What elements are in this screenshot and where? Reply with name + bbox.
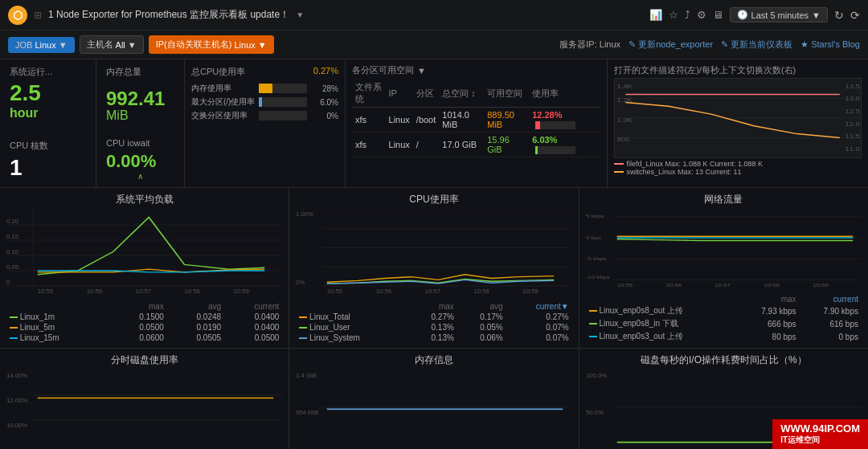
- svg-text:10:57: 10:57: [136, 288, 151, 295]
- network-chart-area: 5 kbps 0 bps -5 kbps -10 kbps 10:55: [586, 210, 862, 294]
- net-col-cur: current: [800, 294, 862, 304]
- fd-legend-line-1: [614, 163, 624, 165]
- share-icon[interactable]: ⤴: [685, 9, 690, 21]
- cpu-total-pct: 0.27%: [313, 66, 338, 78]
- fs-cell-avail-1: 15.96 GiB: [484, 133, 529, 157]
- time-selector-label: Last 5 minutes: [751, 10, 809, 20]
- memory-info-title: 内存信息: [296, 353, 571, 367]
- job-label: JOB: [15, 40, 32, 50]
- net-dot-out: [589, 310, 597, 312]
- svg-text:1.2K: 1.2K: [616, 98, 633, 104]
- cpu-chart-panel: CPU使用率 1.00% 0% 10:55 1: [289, 188, 579, 348]
- load-legend-15m: Linux_15m 0.0600 0.0505 0.0500: [6, 333, 282, 343]
- cpu-chart-svg: 1.00% 0% 10:55 10:56 10:57 10:58 10:59: [296, 210, 571, 301]
- svg-text:10:57: 10:57: [425, 288, 440, 295]
- memory-info-panel: 内存信息 1.4 GiB 954 MiB: [289, 349, 579, 449]
- svg-text:12.5: 12.5: [845, 108, 860, 115]
- cpu-total-avg: 0.17%: [457, 312, 506, 322]
- fs-cell-avail-0: 889.50 MiB: [484, 108, 529, 133]
- fs-cell-pct-1: 6.03%: [529, 133, 600, 157]
- refresh-icon[interactable]: ↻: [834, 9, 844, 22]
- blog-link[interactable]: ★ Starsl's Blog: [800, 39, 860, 50]
- svg-text:10:58: 10:58: [185, 288, 200, 295]
- swap-bar-row: 交换分区使用率 0%: [191, 110, 338, 121]
- load-legend: max avg current Linux_1m 0.1500 0.0248 0…: [6, 301, 282, 343]
- cpu-user-avg: 0.05%: [457, 322, 506, 333]
- load-chart-area: 0.20 0.15 0.10 0.05 0 10:55 10:56 10:57 …: [6, 210, 282, 301]
- cpu-system-cur: 0.07%: [506, 333, 572, 343]
- time-selector[interactable]: 🕐 Last 5 minutes ▼: [730, 7, 828, 22]
- bar-fill-1: [259, 97, 262, 107]
- bar-val-0: 28%: [310, 84, 338, 93]
- load-5m-avg: 0.0190: [167, 322, 224, 333]
- cpu-dot-user: [299, 327, 307, 329]
- fd-chart-title: 打开的文件描述符(左)/每秒上下文切换次数(右): [614, 64, 862, 76]
- net-out2-max: 80 bps: [737, 330, 799, 343]
- svg-text:954 MiB: 954 MiB: [296, 409, 318, 416]
- fs-col-5: 使用率: [529, 80, 600, 108]
- fs-cell-total-1: 17.0 GiB: [439, 133, 484, 157]
- update-dashboard-link[interactable]: ✎ 更新当前仪表板: [721, 39, 792, 51]
- load-col-max: max: [110, 301, 167, 312]
- cpu-dot-total: [299, 316, 307, 318]
- fd-legend-2: switches_Linux Max: 13 Current: 11: [614, 168, 862, 176]
- svg-text:12.0: 12.0: [845, 121, 860, 128]
- disk-usage-panel: 分时磁盘使用率 14.00% 12.00% 10.00%: [0, 349, 289, 449]
- memory-unit: MiB: [106, 108, 174, 123]
- fs-col-1: IP: [386, 80, 413, 108]
- cpu-user-cur: 0.07%: [506, 322, 572, 333]
- monitor-icon[interactable]: 🖥: [713, 9, 723, 21]
- job-dropdown-icon: ▼: [59, 40, 68, 50]
- cpu-usage-title: 总CPU使用率: [191, 66, 245, 78]
- clock-icon: 🕐: [737, 10, 748, 20]
- load-col-avg: avg: [167, 301, 224, 312]
- maxdisk-bar-row: 最大分区(/)使用率 6.0%: [191, 96, 338, 108]
- svg-text:0.10: 0.10: [6, 249, 18, 255]
- host-label: 主机名: [87, 39, 113, 51]
- network-chart-title: 网络流量: [586, 193, 862, 206]
- fs-dropdown-icon[interactable]: ▼: [417, 66, 426, 76]
- fd-chart-svg: 1.4K 1.2K 1.0K 800 13.5 13.0 12.5 12.0 1…: [615, 79, 862, 157]
- app-logo: ⬡: [8, 6, 27, 25]
- svg-text:0%: 0%: [296, 280, 305, 286]
- fd-chart-panel: 打开的文件描述符(左)/每秒上下文切换次数(右) 1.4K 1.2K 1.0K …: [608, 59, 869, 187]
- svg-text:10:59: 10:59: [523, 288, 538, 295]
- disk-usage-title: 分时磁盘使用率: [6, 353, 282, 367]
- star-icon[interactable]: ☆: [669, 9, 678, 21]
- net-legend-out: Linux_enp0s8_out 上传 7.93 kbps 7.90 kbps: [586, 304, 862, 317]
- job-value: Linux: [35, 40, 55, 50]
- load-15m-max: 0.0600: [110, 333, 167, 343]
- settings-icon[interactable]: ⚙: [697, 9, 706, 21]
- bar-val-1: 6.0%: [310, 98, 338, 107]
- cpu-chart-area: 1.00% 0% 10:55 10:56 10:57 10:58 10:59: [296, 210, 571, 301]
- host-filter[interactable]: 主机名 All ▼: [80, 35, 144, 54]
- net-in-cur: 616 bps: [800, 317, 862, 330]
- watermark-url: WWW.94IP.COM: [780, 422, 860, 435]
- uptime-value: 2.5: [10, 81, 86, 106]
- svg-text:0.05: 0.05: [6, 264, 18, 271]
- cpu-legend: max avg current▼ Linux_Total 0.27% 0.17%…: [296, 301, 571, 343]
- title-dropdown-icon[interactable]: ▼: [296, 10, 304, 19]
- fs-cell-ip-1: Linux: [386, 133, 413, 157]
- fs-cell-mount-1: /: [413, 133, 439, 157]
- ip-filter[interactable]: IP(自动关联主机名) Linux ▼: [149, 35, 274, 54]
- fd-chart-area: 1.4K 1.2K 1.0K 800 13.5 13.0 12.5 12.0 1…: [614, 78, 862, 158]
- update-exporter-link[interactable]: ✎ 更新node_exporter: [628, 39, 713, 51]
- svg-text:10:56: 10:56: [665, 283, 681, 288]
- job-filter[interactable]: JOB Linux ▼: [8, 37, 75, 53]
- auto-refresh-icon[interactable]: ⟳: [850, 9, 860, 22]
- fs-cell-mount-0: /boot: [413, 108, 439, 133]
- chart-icon[interactable]: 📊: [649, 9, 662, 21]
- network-legend: max current Linux_enp0s8_out 上传 7.93 kbp…: [586, 294, 862, 343]
- main-content: 系统运行... 2.5 hour CPU 核数 1 内存总量 992.41 Mi…: [0, 59, 868, 449]
- svg-text:10:58: 10:58: [764, 283, 779, 288]
- net-out2-cur: 0 bps: [800, 330, 862, 343]
- net-in-max: 666 bps: [737, 317, 799, 330]
- load-5m-cur: 0.0400: [224, 322, 282, 333]
- bar-val-2: 0%: [310, 112, 338, 120]
- filter-right: 服务器IP: Linux ✎ 更新node_exporter ✎ 更新当前仪表板…: [559, 39, 860, 51]
- cpu-total-max: 0.27%: [408, 312, 457, 322]
- cpu-iowait-label: CPU iowait: [106, 138, 174, 148]
- svg-text:10:56: 10:56: [87, 288, 102, 295]
- svg-text:-10 kbps: -10 kbps: [586, 274, 610, 280]
